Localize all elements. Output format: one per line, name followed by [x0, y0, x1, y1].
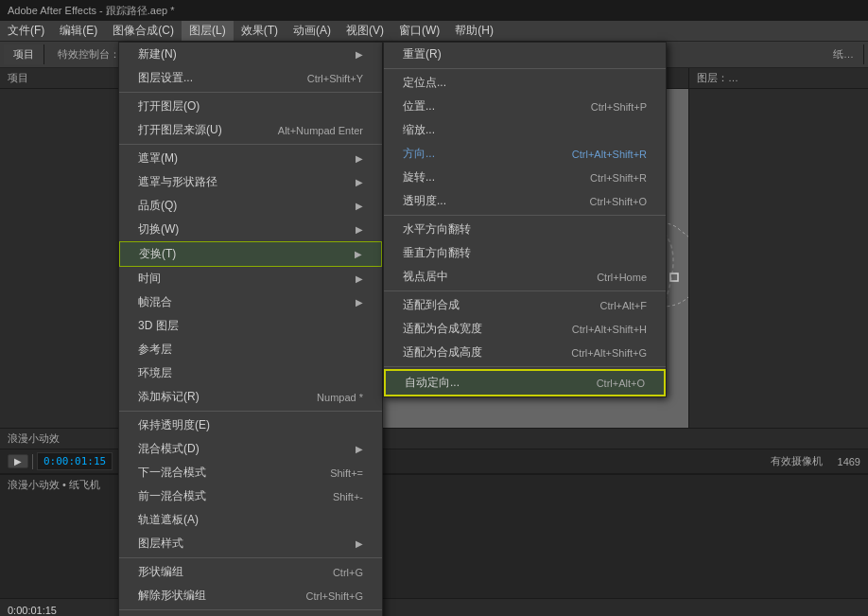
menu-window[interactable]: 窗口(W) — [391, 21, 447, 41]
title-bar: Adobe After Effects - 跟踪路径.aep * — [0, 0, 868, 21]
menu-help[interactable]: 帮助(H) — [447, 21, 501, 41]
timeline-controls: ▶ 0:00:01:15 🎥 1/4 有效摄像机 1469 — [0, 449, 868, 474]
top-section: 项目 动效 × 素材：12895166_174735619000_2.jpg ×… — [0, 68, 868, 428]
tab-project[interactable]: 项目 — [4, 44, 44, 64]
menu-animation[interactable]: 动画(A) — [286, 21, 339, 41]
svg-rect-1 — [572, 273, 580, 281]
camera-icon: 🎥 — [124, 452, 150, 470]
preview-close-btn[interactable]: × — [224, 72, 237, 85]
project-panel-label: 项目 — [8, 71, 28, 85]
tab-layer[interactable]: 纸… — [824, 44, 864, 64]
svg-rect-3 — [639, 217, 647, 224]
render-panel: 图层：… — [688, 68, 868, 428]
timeline-comp-name: 浪漫小动效 — [8, 431, 60, 446]
preview-tabs: 动效 × 素材：12895166_174735619000_2.jpg × 图层… — [180, 68, 688, 89]
curve-svg — [180, 89, 688, 428]
time-display[interactable]: 0:00:01:15 — [37, 452, 113, 470]
menu-composition[interactable]: 图像合成(C) — [105, 21, 182, 41]
project-panel: 项目 — [0, 68, 180, 428]
separator-1 — [32, 454, 33, 469]
menu-file[interactable]: 文件(F) — [0, 21, 52, 41]
toolbar: 项目 特效控制台：纸… 纸… — [0, 42, 868, 68]
timeline-track-label: 浪漫小动效 • 纸飞机 — [0, 475, 868, 494]
timeline-tracks: 浪漫小动效 • 纸飞机 — [0, 474, 868, 598]
menu-edit[interactable]: 编辑(E) — [52, 21, 105, 41]
fraction-display: 1/4 — [154, 453, 182, 470]
play-btn[interactable]: ▶ — [8, 454, 28, 468]
preview-source-tab[interactable]: 素材：12895166_174735619000_2.jpg — [256, 68, 457, 88]
camera-label: 有效摄像机 — [771, 454, 823, 468]
tab-effect-control[interactable]: 特效控制台：纸… — [48, 44, 151, 64]
menu-effect[interactable]: 效果(T) — [234, 21, 286, 41]
layer-close-btn[interactable]: × — [558, 72, 571, 85]
render-panel-header: 图层：… — [689, 68, 868, 89]
timeline-area: 浪漫小动效 ▶ 0:00:01:15 🎥 1/4 有效摄像机 1469 浪漫小动… — [0, 428, 868, 598]
timeline-header: 浪漫小动效 — [0, 429, 868, 449]
preview-canvas: 纸飞机 Tea — [180, 89, 688, 428]
project-panel-header: 项目 — [0, 68, 179, 89]
source-close-btn[interactable]: × — [460, 72, 474, 85]
bottom-time: 0:00:01:15 — [8, 605, 57, 616]
handle-tr — [654, 115, 662, 123]
bottom-status-bar: 0:00:01:15 — [0, 598, 868, 616]
tea-annotation: Tea — [274, 416, 294, 428]
preview-tab-anim[interactable]: 动效 — [180, 68, 220, 88]
handle-tl — [234, 115, 242, 123]
preview-layer-tab[interactable]: 图层：… — [493, 68, 554, 88]
menu-bar: 文件(F) 编辑(E) 图像合成(C) 图层(L) 效果(T) 动画(A) 视图… — [0, 21, 868, 42]
render-panel-label: 图层：… — [697, 71, 738, 85]
center-preview: 动效 × 素材：12895166_174735619000_2.jpg × 图层… — [180, 68, 688, 428]
menu-layer[interactable]: 图层(L) — [182, 21, 234, 41]
menu-view[interactable]: 视图(V) — [339, 21, 391, 41]
zoom-label: 1469 — [838, 456, 860, 467]
title-text: Adobe After Effects - 跟踪路径.aep * — [8, 4, 175, 18]
